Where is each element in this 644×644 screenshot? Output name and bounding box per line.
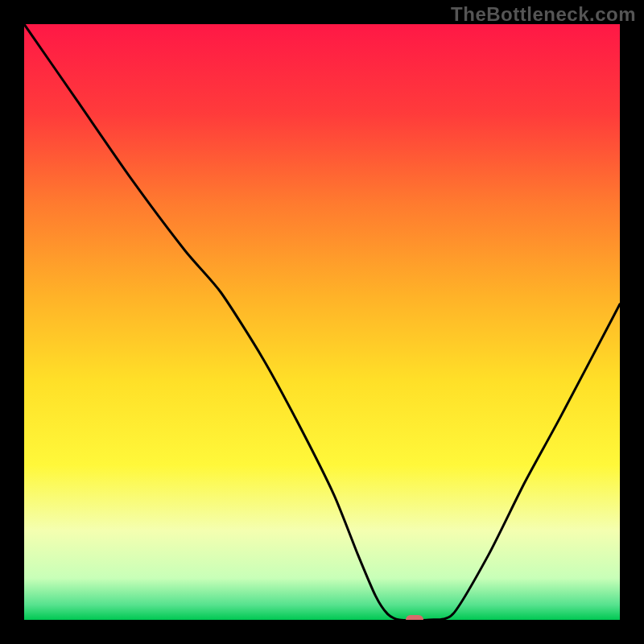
bottleneck-curve [24, 24, 620, 620]
marker [406, 615, 423, 620]
watermark-text: TheBottleneck.com [451, 3, 636, 26]
plot-area [24, 24, 620, 620]
chart-frame: TheBottleneck.com [0, 0, 644, 644]
curve-layer [24, 24, 620, 620]
